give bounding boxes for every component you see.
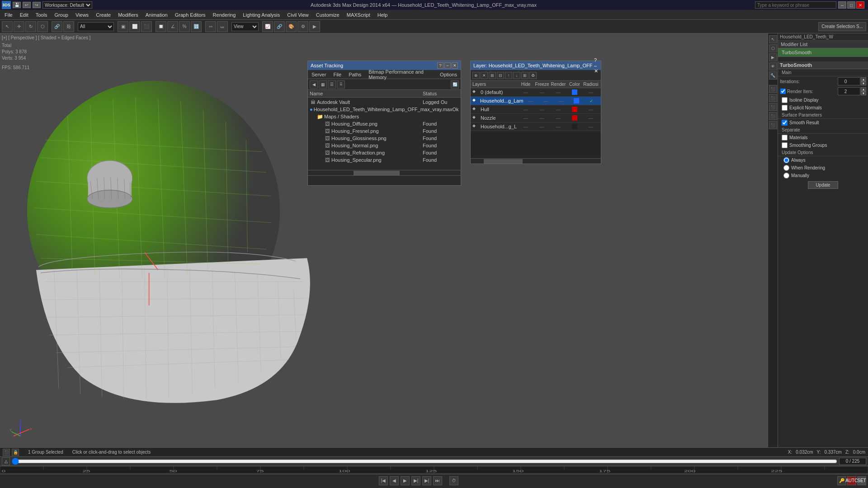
layer-row-default[interactable]: ◆ 0 (default) — — — — bbox=[471, 88, 601, 97]
search-input[interactable] bbox=[755, 1, 836, 9]
asset-hscroll-thumb[interactable] bbox=[354, 171, 399, 175]
ri-utilities-btn[interactable]: 🔧 bbox=[769, 71, 777, 80]
ri-btn7[interactable]: ⬛ bbox=[769, 94, 777, 102]
set-key-btn[interactable]: SET bbox=[857, 476, 866, 485]
when-rendering-radio[interactable] bbox=[783, 165, 789, 171]
layers-icon5[interactable]: ↑ bbox=[505, 72, 512, 79]
asset-hscroll[interactable] bbox=[308, 170, 461, 175]
layer-row-hull[interactable]: ◆ Hull — — — — bbox=[471, 105, 601, 114]
modifier-turbosmooth[interactable]: TurboSmooth bbox=[778, 48, 868, 57]
toolbar-render-setup-btn[interactable]: ⚙ bbox=[297, 21, 308, 32]
menu-views[interactable]: Views bbox=[72, 11, 92, 19]
toolbar-window-btn[interactable]: ⬜ bbox=[129, 21, 140, 32]
asset-menu-server[interactable]: Server bbox=[308, 71, 330, 78]
play-btn[interactable]: ▶ bbox=[401, 476, 410, 485]
asset-menu-paths[interactable]: Paths bbox=[345, 71, 365, 78]
toolbar-percent-snap-btn[interactable]: % bbox=[179, 21, 190, 32]
asset-refresh-btn[interactable]: 🔄 bbox=[451, 80, 459, 89]
asset-menu-bitmap[interactable]: Bitmap Performance and Memory bbox=[365, 68, 436, 81]
filter-dropdown[interactable]: All bbox=[78, 22, 114, 31]
create-selection-btn[interactable]: Create Selection S... bbox=[818, 22, 866, 31]
menu-customize[interactable]: Customize bbox=[312, 11, 343, 19]
render-iters-checkbox[interactable] bbox=[780, 89, 786, 94]
quick-access-undo[interactable]: ↩ bbox=[23, 2, 31, 8]
quick-access-redo[interactable]: ↪ bbox=[33, 2, 41, 8]
toolbar-select-btn[interactable]: ↖ bbox=[2, 21, 13, 32]
toolbar-crossing-btn[interactable]: ⬛ bbox=[141, 21, 152, 32]
toolbar-unlink-btn[interactable]: ⛓ bbox=[63, 21, 74, 32]
asset-row-diffuse[interactable]: 🖼 Housing_Diffuse.png Found bbox=[309, 120, 460, 127]
menu-rendering[interactable]: Rendering bbox=[209, 11, 240, 19]
menu-create[interactable]: Create bbox=[92, 11, 114, 19]
layer-row-household[interactable]: ◆ Household...g_Lam — — — ✓ bbox=[471, 97, 601, 105]
explicit-normals-checkbox[interactable] bbox=[782, 105, 788, 111]
layers-icon8[interactable]: ♻ bbox=[529, 72, 537, 79]
asset-row-specular[interactable]: 🖼 Housing_Specular.png Found bbox=[309, 156, 460, 164]
menu-animation[interactable]: Animation bbox=[142, 11, 171, 19]
layers-icon1[interactable]: ⊕ bbox=[472, 72, 480, 79]
auto-key-btn[interactable]: AUTO bbox=[847, 476, 856, 485]
toolbar-scale-btn[interactable]: ⬡ bbox=[37, 21, 48, 32]
asset-row-normal[interactable]: 🖼 Housing_Normal.png Found bbox=[309, 142, 460, 149]
menu-maxscript[interactable]: MAXScript bbox=[343, 11, 374, 19]
timeline-slider[interactable] bbox=[12, 458, 837, 465]
toolbar-snap-btn[interactable]: 🔲 bbox=[156, 21, 166, 32]
iterations-down-btn[interactable]: ▼ bbox=[861, 81, 866, 85]
layers-panel-minimize-btn[interactable]: – bbox=[594, 63, 598, 68]
menu-file[interactable]: File bbox=[1, 11, 16, 19]
layers-icon3[interactable]: ⊞ bbox=[489, 72, 496, 79]
materials-checkbox[interactable] bbox=[782, 135, 788, 141]
time-config-btn[interactable]: ⏱ bbox=[449, 476, 458, 485]
toolbar-spinner-snap-btn[interactable]: 🔢 bbox=[191, 21, 202, 32]
ri-btn9[interactable]: ⬛ bbox=[769, 112, 777, 120]
asset-panel-minimize-btn[interactable]: – bbox=[444, 62, 451, 69]
frame-input[interactable] bbox=[839, 458, 866, 465]
prev-frame-btn[interactable]: ◀ bbox=[390, 476, 399, 485]
toolbar-angle-snap-btn[interactable]: ∠ bbox=[167, 21, 178, 32]
layers-panel-close-btn[interactable]: ✕ bbox=[594, 68, 598, 74]
render-iters-input[interactable] bbox=[838, 87, 860, 95]
layers-hscroll-thumb[interactable] bbox=[484, 159, 523, 164]
layers-icon2[interactable]: ✕ bbox=[481, 72, 488, 79]
asset-menu-file[interactable]: File bbox=[330, 71, 345, 78]
toolbar-schematic-btn[interactable]: 🔗 bbox=[274, 21, 285, 32]
toolbar-material-editor-btn[interactable]: 🎨 bbox=[286, 21, 297, 32]
menu-graph-editors[interactable]: Graph Editors bbox=[171, 11, 209, 19]
timeline-track[interactable]: 0 25 50 75 100 125 150 175 200 225 bbox=[0, 466, 868, 474]
layers-icon7[interactable]: ⊞ bbox=[521, 72, 528, 79]
asset-row-vault[interactable]: 🏛 Autodesk Vault Logged Ou bbox=[309, 99, 460, 106]
smooth-result-checkbox[interactable] bbox=[782, 120, 788, 126]
toolbar-curve-editor-btn[interactable]: 📈 bbox=[262, 21, 273, 32]
asset-row-maps[interactable]: 📁 Maps / Shaders bbox=[309, 113, 460, 120]
manually-radio[interactable] bbox=[783, 173, 789, 178]
toolbar-align-btn[interactable]: ⧢ bbox=[217, 21, 228, 32]
layers-panel-question-btn[interactable]: ? bbox=[594, 57, 598, 63]
asset-panel-close-btn[interactable]: ✕ bbox=[452, 62, 458, 69]
isoline-checkbox[interactable] bbox=[782, 97, 788, 103]
go-end-btn[interactable]: ▶| bbox=[422, 476, 431, 485]
next-frame-btn[interactable]: ▶| bbox=[411, 476, 420, 485]
ri-select-btn[interactable]: ↖ bbox=[769, 35, 777, 43]
close-button[interactable]: ✕ bbox=[856, 1, 864, 9]
minimize-button[interactable]: – bbox=[838, 1, 846, 9]
layers-icon4[interactable]: ⊟ bbox=[497, 72, 504, 79]
asset-row-refraction[interactable]: 🖼 Housing_Refraction.png Found bbox=[309, 149, 460, 156]
menu-help[interactable]: Help bbox=[374, 11, 392, 19]
menu-civil-view[interactable]: Civil View bbox=[283, 11, 312, 19]
menu-tools[interactable]: Tools bbox=[32, 11, 51, 19]
toolbar-mirror-btn[interactable]: ⇿ bbox=[205, 21, 216, 32]
toolbar-rotate-btn[interactable]: ↻ bbox=[25, 21, 36, 32]
menu-modifiers[interactable]: Modifiers bbox=[114, 11, 142, 19]
workspace-dropdown[interactable]: Workspace: Default bbox=[42, 1, 92, 9]
smoothing-groups-checkbox[interactable] bbox=[782, 142, 788, 148]
layer-row-household2[interactable]: ◆ Household...g_L — — — — bbox=[471, 122, 601, 131]
asset-row-fresnel[interactable]: 🖼 Housing_Fresnel.png Found bbox=[309, 127, 460, 135]
next-key-btn[interactable]: ⏭ bbox=[433, 476, 442, 485]
asset-dots-btn[interactable]: ⠿ bbox=[337, 80, 345, 89]
menu-lighting-analysis[interactable]: Lighting Analysis bbox=[239, 11, 283, 19]
render-iters-up-btn[interactable]: ▲ bbox=[861, 87, 866, 91]
layers-icon6[interactable]: ↓ bbox=[513, 72, 520, 79]
layers-panel-titlebar[interactable]: Layer: Household_LED_Teeth_Whitening_Lam… bbox=[471, 61, 601, 70]
iterations-up-btn[interactable]: ▲ bbox=[861, 77, 866, 81]
asset-back-btn[interactable]: ◀ bbox=[310, 80, 318, 89]
